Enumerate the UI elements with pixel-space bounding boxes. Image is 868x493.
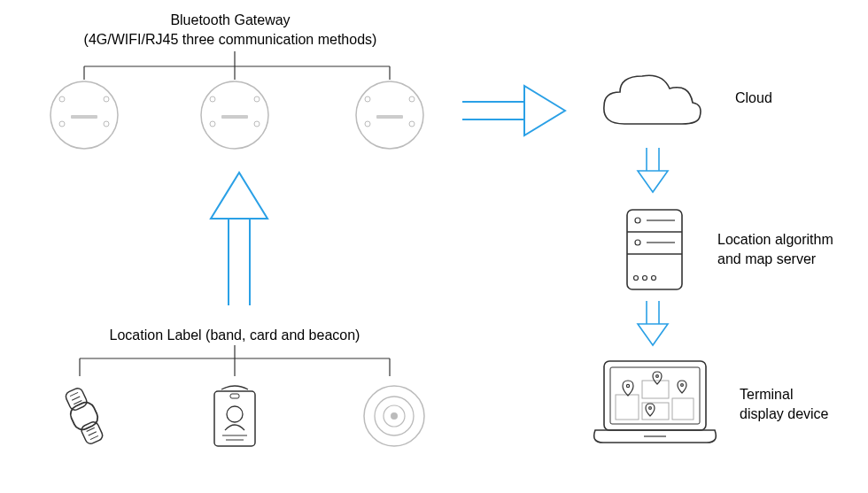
svg-line-32	[72, 397, 80, 400]
svg-rect-27	[376, 115, 403, 119]
svg-point-23	[365, 96, 370, 102]
gateway-device-3	[354, 80, 425, 150]
svg-rect-28	[64, 387, 88, 412]
card-icon	[204, 381, 266, 456]
svg-point-11	[59, 96, 65, 102]
svg-rect-21	[221, 115, 248, 119]
svg-point-13	[59, 121, 65, 127]
svg-line-31	[70, 392, 78, 396]
svg-rect-37	[214, 391, 255, 446]
svg-point-14	[104, 121, 109, 127]
svg-point-20	[254, 121, 260, 127]
svg-point-12	[104, 96, 109, 102]
svg-marker-46	[211, 173, 267, 219]
svg-point-74	[626, 384, 629, 387]
location-label-title: Location Label (band, card and beacon)	[75, 326, 394, 345]
server-icon	[620, 205, 689, 294]
svg-rect-72	[672, 398, 694, 420]
svg-rect-29	[80, 420, 104, 445]
arrow-up-icon	[195, 164, 283, 314]
cloud-icon	[593, 64, 709, 143]
svg-point-77	[649, 407, 652, 410]
beacon-icon	[359, 381, 430, 451]
svg-point-63	[643, 276, 647, 281]
cloud-label: Cloud	[735, 89, 841, 108]
svg-marker-49	[524, 86, 565, 135]
svg-line-35	[89, 432, 97, 435]
arrow-down-2-icon	[631, 299, 675, 352]
svg-point-60	[635, 240, 640, 245]
svg-rect-71	[642, 381, 669, 398]
arrow-right-icon	[452, 75, 576, 146]
svg-rect-30	[67, 399, 100, 432]
svg-rect-15	[71, 115, 97, 119]
terminal-label: Terminal display device	[740, 385, 855, 423]
svg-marker-67	[638, 324, 668, 345]
svg-point-64	[652, 276, 656, 281]
gateway-device-2	[199, 80, 270, 150]
svg-point-39	[227, 406, 243, 422]
svg-point-45	[391, 412, 398, 420]
terminal-icon	[586, 354, 724, 456]
svg-rect-38	[230, 394, 239, 398]
svg-point-25	[365, 121, 370, 127]
svg-point-19	[210, 121, 215, 127]
svg-point-24	[409, 96, 415, 102]
svg-point-58	[635, 218, 640, 223]
svg-marker-54	[638, 171, 668, 192]
svg-point-75	[656, 375, 659, 378]
server-label: Location algorithm and map server	[717, 230, 850, 268]
svg-point-62	[634, 276, 639, 281]
band-icon	[49, 381, 120, 451]
svg-point-18	[254, 96, 260, 102]
svg-line-36	[90, 435, 98, 439]
svg-point-17	[210, 96, 215, 102]
gateway-device-1	[49, 80, 120, 150]
arrow-down-1-icon	[631, 146, 675, 199]
svg-rect-69	[610, 367, 700, 424]
svg-point-26	[409, 121, 415, 127]
svg-point-76	[681, 384, 684, 387]
svg-rect-70	[616, 395, 639, 420]
